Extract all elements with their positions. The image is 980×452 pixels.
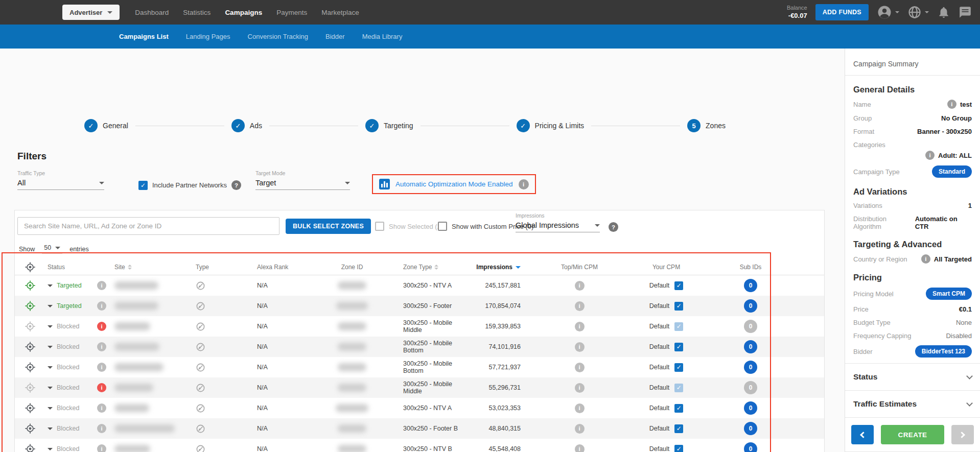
status-info-icon[interactable]: i [97, 342, 106, 351]
subnav-item-landing-pages[interactable]: Landing Pages [186, 33, 230, 40]
subnav-item-campaigns-list[interactable]: Campaigns List [119, 33, 169, 40]
target-status-icon [25, 321, 36, 332]
cpm-default-checkbox[interactable]: ✓ [674, 281, 683, 290]
cpm-default-checkbox[interactable]: ✓ [674, 384, 683, 392]
pricing-model-badge[interactable]: Smart CPM [926, 288, 972, 300]
sub-ids-badge[interactable]: 0 [744, 442, 757, 452]
expand-row-caret[interactable] [48, 448, 53, 450]
partner-networks-checkbox[interactable]: ✓ [138, 181, 148, 190]
show-selected-checkbox[interactable] [375, 222, 384, 231]
expand-row-caret[interactable] [48, 366, 53, 369]
language-menu[interactable] [907, 5, 929, 19]
status-info-icon[interactable]: i [97, 444, 106, 452]
status-info-icon[interactable]: i [97, 403, 106, 413]
show-custom-price-checkbox[interactable] [438, 222, 447, 231]
nav-item-dashboard[interactable]: Dashboard [135, 9, 169, 16]
cpm-default-checkbox[interactable]: ✓ [674, 404, 683, 413]
status-info-icon[interactable]: i [97, 383, 106, 392]
top-min-cpm-info-icon[interactable]: i [575, 281, 585, 291]
sub-ids-badge[interactable]: 0 [744, 422, 757, 435]
cpm-default-checkbox[interactable]: ✓ [674, 445, 683, 452]
subnav-item-conversion-tracking[interactable]: Conversion Tracking [248, 33, 309, 40]
status-info-icon[interactable]: i [97, 424, 106, 433]
cpm-default-checkbox[interactable]: ✓ [674, 302, 683, 311]
sub-ids-badge[interactable]: 0 [744, 279, 757, 292]
top-min-cpm-info-icon[interactable]: i [575, 363, 585, 372]
expand-row-caret[interactable] [48, 325, 53, 328]
campaign-type-badge[interactable]: Standard [932, 165, 972, 178]
create-campaign-button[interactable]: CREATE [881, 425, 944, 444]
top-min-cpm-info-icon[interactable]: i [575, 342, 585, 352]
status-info-icon[interactable]: i [97, 281, 106, 290]
your-cpm-value: Default [649, 425, 670, 432]
expand-row-caret[interactable] [48, 427, 53, 430]
top-min-cpm-info-icon[interactable]: i [575, 383, 585, 393]
status-label: Targeted [57, 282, 82, 289]
next-step-button[interactable] [951, 425, 974, 444]
feedback-chat-icon[interactable] [959, 6, 972, 19]
page-size-select[interactable]: 50 [42, 244, 62, 254]
status-info-icon[interactable]: i [97, 322, 106, 331]
sub-ids-badge[interactable]: 0 [744, 361, 757, 374]
col-header-zone-type[interactable]: Zone Type [393, 264, 472, 271]
help-icon[interactable]: ? [231, 180, 241, 190]
previous-step-button[interactable] [851, 425, 874, 444]
expand-row-caret[interactable] [48, 346, 53, 348]
sub-ids-badge[interactable]: 0 [744, 299, 757, 313]
subnav-item-bidder[interactable]: Bidder [325, 33, 345, 40]
step-check-icon[interactable]: ✓ [84, 119, 98, 132]
step-check-icon[interactable]: ✓ [365, 119, 379, 132]
table-row: Blocked i N/A 300x250 - Footer B 48,840,… [15, 418, 824, 439]
status-info-icon[interactable]: i [97, 363, 106, 372]
top-min-cpm-info-icon[interactable]: i [575, 403, 585, 413]
sub-ids-badge[interactable]: 0 [744, 401, 757, 415]
zone-search-input[interactable] [17, 217, 279, 235]
step-number[interactable]: 5 [687, 119, 701, 132]
step-check-icon[interactable]: ✓ [517, 119, 530, 132]
top-min-cpm-info-icon[interactable]: i [575, 444, 585, 452]
impressions-help-icon[interactable]: ? [609, 222, 618, 232]
traffic-estimates-toggle[interactable]: Traffic Estimates [845, 391, 980, 417]
chevron-down-icon [55, 247, 60, 249]
status-info-icon[interactable]: i [97, 301, 106, 311]
target-mode-select[interactable]: Target Mode Target [255, 170, 350, 190]
expand-row-caret[interactable] [48, 284, 53, 287]
cpm-default-checkbox[interactable]: ✓ [674, 363, 683, 372]
bulk-select-zones-button[interactable]: BULK SELECT ZONES [286, 219, 371, 234]
sub-ids-badge[interactable]: 0 [744, 381, 757, 394]
expand-row-caret[interactable] [48, 407, 53, 410]
cpm-default-checkbox[interactable]: ✓ [674, 343, 683, 351]
col-header-site[interactable]: Site [109, 264, 189, 271]
cpm-default-checkbox[interactable]: ✓ [674, 424, 683, 433]
notifications-bell-icon[interactable] [937, 6, 950, 19]
nav-item-payments[interactable]: Payments [276, 9, 307, 16]
expand-row-caret[interactable] [48, 387, 53, 389]
info-icon[interactable]: i [925, 151, 935, 160]
top-min-cpm-info-icon[interactable]: i [575, 322, 585, 331]
cpm-default-checkbox[interactable]: ✓ [674, 322, 683, 331]
sub-ids-badge[interactable]: 0 [744, 340, 757, 353]
role-switcher-button[interactable]: Advertiser [62, 5, 120, 20]
status-label: Blocked [57, 343, 79, 350]
nav-item-campaigns[interactable]: Campaigns [225, 9, 262, 16]
top-min-cpm-info-icon[interactable]: i [575, 301, 585, 311]
col-header-impressions[interactable]: Impressions [472, 264, 526, 271]
auto-optimization-label[interactable]: Automatic Optimization Mode Enabled [395, 180, 513, 188]
subnav-item-media-library[interactable]: Media Library [362, 33, 403, 40]
balance-value: -€0.07 [787, 12, 807, 20]
expand-row-caret[interactable] [48, 305, 53, 307]
impressions-select[interactable]: Impressions Global Impressions [516, 212, 600, 232]
nav-item-marketplace[interactable]: Marketplace [321, 9, 359, 16]
add-funds-button[interactable]: ADD FUNDS [815, 4, 869, 20]
top-min-cpm-info-icon[interactable]: i [575, 424, 585, 434]
bidder-badge[interactable]: BidderTest 123 [915, 345, 972, 358]
info-icon[interactable]: i [947, 100, 956, 109]
account-menu[interactable] [877, 5, 899, 20]
nav-item-statistics[interactable]: Statistics [183, 9, 211, 16]
traffic-type-select[interactable]: Traffic Type All [17, 170, 104, 190]
info-icon[interactable]: i [519, 179, 529, 189]
status-section-toggle[interactable]: Status [845, 364, 980, 390]
sub-ids-badge[interactable]: 0 [744, 320, 757, 333]
info-icon[interactable]: i [921, 254, 930, 264]
step-check-icon[interactable]: ✓ [231, 119, 245, 132]
